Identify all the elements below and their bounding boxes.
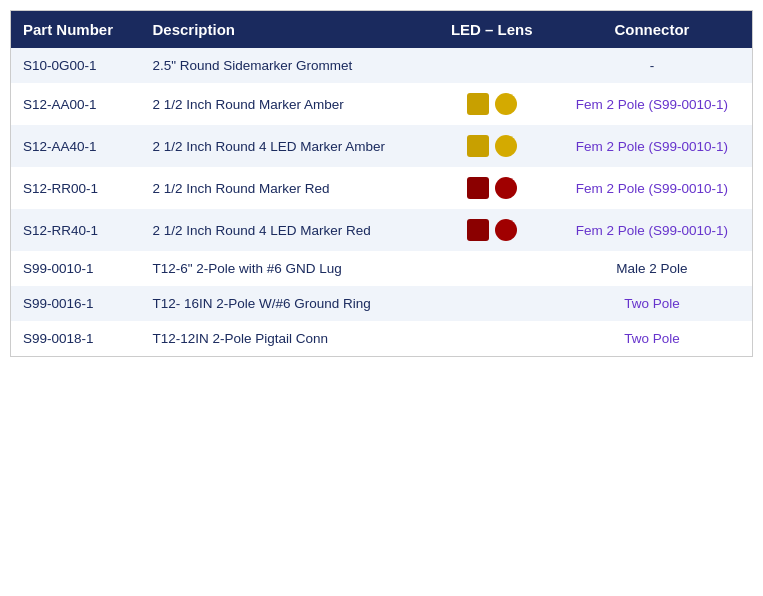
cell-led-lens: [432, 286, 552, 321]
cell-connector: Fem 2 Pole (S99-0010-1): [552, 209, 752, 251]
header-description: Description: [140, 11, 431, 48]
table-row: S12-AA40-12 1/2 Inch Round 4 LED Marker …: [11, 125, 752, 167]
led-circle-icon: [495, 135, 517, 157]
cell-description: 2 1/2 Inch Round 4 LED Marker Amber: [140, 125, 431, 167]
cell-description: 2 1/2 Inch Round Marker Amber: [140, 83, 431, 125]
table-row: S12-RR40-12 1/2 Inch Round 4 LED Marker …: [11, 209, 752, 251]
cell-connector: Fem 2 Pole (S99-0010-1): [552, 167, 752, 209]
connector-link[interactable]: Two Pole: [624, 296, 680, 311]
cell-led-lens: [432, 167, 552, 209]
cell-led-lens: [432, 48, 552, 83]
led-square-icon: [467, 135, 489, 157]
cell-part-number: S10-0G00-1: [11, 48, 140, 83]
cell-description: T12- 16IN 2-Pole W/#6 Ground Ring: [140, 286, 431, 321]
cell-description: T12-12IN 2-Pole Pigtail Conn: [140, 321, 431, 356]
led-circle-icon: [495, 93, 517, 115]
connector-value: -: [650, 58, 655, 73]
cell-led-lens: [432, 321, 552, 356]
connector-link[interactable]: Fem 2 Pole (S99-0010-1): [576, 139, 728, 154]
cell-part-number: S12-AA40-1: [11, 125, 140, 167]
table-row: S99-0016-1T12- 16IN 2-Pole W/#6 Ground R…: [11, 286, 752, 321]
cell-part-number: S12-AA00-1: [11, 83, 140, 125]
cell-connector: Two Pole: [552, 286, 752, 321]
connector-link[interactable]: Fem 2 Pole (S99-0010-1): [576, 223, 728, 238]
cell-led-lens: [432, 251, 552, 286]
cell-connector: -: [552, 48, 752, 83]
led-circle-icon: [495, 177, 517, 199]
cell-led-lens: [432, 83, 552, 125]
cell-description: 2.5" Round Sidemarker Grommet: [140, 48, 431, 83]
connector-link[interactable]: Two Pole: [624, 331, 680, 346]
table-row: S10-0G00-12.5" Round Sidemarker Grommet-: [11, 48, 752, 83]
cell-connector: Fem 2 Pole (S99-0010-1): [552, 125, 752, 167]
connector-link[interactable]: Fem 2 Pole (S99-0010-1): [576, 97, 728, 112]
cell-description: 2 1/2 Inch Round 4 LED Marker Red: [140, 209, 431, 251]
led-circle-icon: [495, 219, 517, 241]
cell-led-lens: [432, 209, 552, 251]
table-row: S12-RR00-12 1/2 Inch Round Marker RedFem…: [11, 167, 752, 209]
led-square-icon: [467, 93, 489, 115]
connector-value: Male 2 Pole: [616, 261, 687, 276]
header-led-lens: LED – Lens: [432, 11, 552, 48]
cell-part-number: S99-0010-1: [11, 251, 140, 286]
cell-part-number: S12-RR40-1: [11, 209, 140, 251]
cell-description: T12-6" 2-Pole with #6 GND Lug: [140, 251, 431, 286]
cell-description: 2 1/2 Inch Round Marker Red: [140, 167, 431, 209]
connector-link[interactable]: Fem 2 Pole (S99-0010-1): [576, 181, 728, 196]
cell-connector: Two Pole: [552, 321, 752, 356]
cell-connector: Male 2 Pole: [552, 251, 752, 286]
cell-part-number: S99-0018-1: [11, 321, 140, 356]
cell-led-lens: [432, 125, 552, 167]
header-part-number: Part Number: [11, 11, 140, 48]
header-connector: Connector: [552, 11, 752, 48]
table-row: S99-0010-1T12-6" 2-Pole with #6 GND LugM…: [11, 251, 752, 286]
table-header-row: Part Number Description LED – Lens Conne…: [11, 11, 752, 48]
product-table: Part Number Description LED – Lens Conne…: [10, 10, 753, 357]
led-square-icon: [467, 219, 489, 241]
cell-part-number: S12-RR00-1: [11, 167, 140, 209]
table-row: S12-AA00-12 1/2 Inch Round Marker AmberF…: [11, 83, 752, 125]
led-square-icon: [467, 177, 489, 199]
cell-connector: Fem 2 Pole (S99-0010-1): [552, 83, 752, 125]
table-row: S99-0018-1T12-12IN 2-Pole Pigtail ConnTw…: [11, 321, 752, 356]
cell-part-number: S99-0016-1: [11, 286, 140, 321]
